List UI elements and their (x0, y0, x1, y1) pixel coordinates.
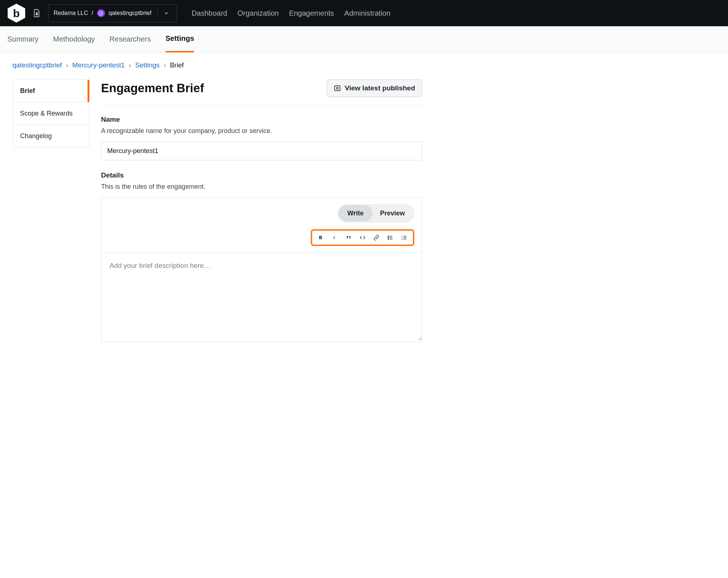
top-nav: Dashboard Organization Engagements Admin… (191, 9, 390, 17)
preview-tab[interactable]: Preview (372, 206, 413, 221)
org-name: Redama LLC (54, 10, 88, 16)
quote-icon[interactable] (342, 232, 355, 243)
nav-organization[interactable]: Organization (237, 9, 279, 17)
top-bar: b Redama LLC / qatestingcptbrief Dashboa… (0, 0, 728, 26)
sidebar-item-brief[interactable]: Brief (13, 80, 89, 102)
page-title: Engagement Brief (101, 81, 204, 95)
name-label: Name (101, 116, 422, 124)
nav-engagements[interactable]: Engagements (289, 9, 334, 17)
org-switcher[interactable]: Redama LLC / qatestingcptbrief (48, 4, 177, 22)
main-content: Engagement Brief View latest published N… (101, 79, 422, 353)
tab-researchers[interactable]: Researchers (109, 26, 151, 52)
view-published-button[interactable]: View latest published (327, 79, 422, 97)
svg-point-10 (388, 239, 389, 239)
svg-rect-2 (36, 13, 38, 15)
format-toolbar-highlight: B I 123 (311, 229, 414, 246)
bold-icon[interactable]: B (314, 232, 328, 243)
svg-text:3: 3 (402, 239, 403, 241)
name-help: A recognizable name for your company, pr… (101, 127, 422, 135)
svg-text:I: I (333, 235, 335, 240)
name-input[interactable] (101, 141, 422, 160)
crumb-current: Brief (170, 61, 184, 69)
nav-administration[interactable]: Administration (344, 9, 391, 17)
eye-icon (334, 85, 341, 92)
tab-summary[interactable]: Summary (7, 26, 39, 52)
details-help: This is the rules of the engagement. (101, 183, 422, 191)
crumb-engagement[interactable]: Mercury-pentest1 (72, 61, 125, 69)
list-ol-icon[interactable]: 123 (398, 232, 411, 243)
project-name: qatestingcptbrief (109, 10, 151, 16)
write-preview-toggle: Write Preview (337, 204, 414, 223)
write-tab[interactable]: Write (339, 206, 372, 221)
svg-point-8 (388, 236, 389, 237)
details-editor: Write Preview B I 123 (101, 197, 422, 342)
breadcrumb: qatestingcptbrief › Mercury-pentest1 › S… (12, 61, 716, 69)
italic-icon[interactable]: I (328, 232, 341, 243)
nav-dashboard[interactable]: Dashboard (191, 9, 227, 17)
details-textarea[interactable] (101, 253, 422, 340)
chevron-down-icon[interactable] (161, 10, 171, 16)
sidebar-item-changelog[interactable]: Changelog (13, 125, 89, 147)
link-icon[interactable] (370, 232, 383, 243)
details-label: Details (101, 171, 422, 179)
app-logo[interactable]: b (7, 3, 26, 23)
file-lock-icon (33, 8, 41, 18)
crumb-project[interactable]: qatestingcptbrief (12, 61, 62, 69)
svg-point-5 (337, 87, 338, 89)
sidebar-item-scope[interactable]: Scope & Rewards (13, 102, 89, 125)
settings-sidebar: Brief Scope & Rewards Changelog (12, 79, 89, 148)
tab-methodology[interactable]: Methodology (53, 26, 95, 52)
svg-text:b: b (13, 7, 20, 19)
svg-text:B: B (319, 235, 322, 240)
list-ul-icon[interactable] (384, 232, 397, 243)
sub-nav: Summary Methodology Researchers Settings (0, 26, 728, 52)
crumb-settings[interactable]: Settings (135, 61, 160, 69)
verified-badge-icon (97, 9, 105, 17)
code-icon[interactable] (356, 232, 369, 243)
tab-settings[interactable]: Settings (166, 26, 194, 52)
svg-point-9 (388, 237, 389, 238)
svg-rect-4 (335, 86, 340, 90)
